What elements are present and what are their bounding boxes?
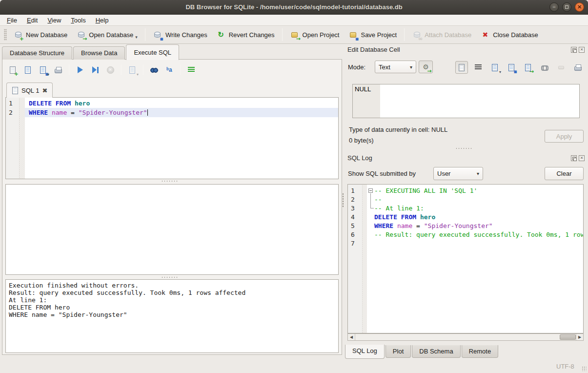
menu-file[interactable]: File — [2, 15, 22, 25]
tab-database-structure[interactable]: Database Structure — [2, 46, 72, 60]
print-icon — [573, 62, 583, 72]
save-as-file-button[interactable]: ▪ — [505, 61, 518, 74]
dock-tab-plot[interactable]: Plot — [385, 345, 411, 358]
results-pane[interactable] — [5, 184, 339, 275]
print-button[interactable] — [52, 63, 64, 76]
save-sql-file-button[interactable]: ▪▾ — [37, 63, 49, 76]
log-line — [374, 239, 583, 248]
code-line: DELETE FROM hero — [25, 99, 338, 108]
sql-log-title: SQL Log — [347, 154, 372, 162]
format-icon — [186, 65, 196, 75]
menu-bar: File Edit View Tools Help — [0, 15, 588, 26]
tab-browse-data[interactable]: Browse Data — [73, 46, 125, 60]
set-null-button[interactable] — [555, 61, 568, 74]
stop-button[interactable]: ✕ — [104, 63, 117, 76]
app-window: { "window": { "title": "DB Browser for S… — [0, 0, 588, 373]
close-dock-icon[interactable]: ✕ — [579, 47, 585, 53]
open-database-button[interactable]: → Open Database ▾ — [72, 27, 142, 42]
stop-icon: ✕ — [105, 65, 115, 75]
attach-database-button[interactable]: ∞ Attach Database — [407, 27, 476, 42]
close-dock-icon[interactable]: ✕ — [579, 155, 585, 161]
auto-apply-button[interactable]: ⚙→ — [419, 61, 433, 73]
main-tab-bar: Database Structure Browse Data Execute S… — [2, 44, 180, 60]
editor-results-splitter[interactable] — [161, 180, 178, 182]
text-mode-button[interactable] — [455, 61, 468, 74]
import-file-icon — [490, 62, 500, 72]
import-file-button[interactable]: ▾ — [488, 61, 501, 74]
sql-file-tab[interactable]: SQL 1 ✖ — [6, 83, 53, 98]
chevron-down-icon: ▾ — [477, 171, 479, 176]
cell-toolbar: ▾ ▪ → — [455, 61, 584, 74]
float-dock-icon[interactable] — [571, 47, 577, 53]
new-database-button[interactable]: + New Database — [9, 27, 72, 42]
replace-button[interactable]: ᵇa — [163, 63, 176, 76]
find-icon — [149, 65, 159, 75]
editor-margin — [20, 98, 25, 179]
menu-edit[interactable]: Edit — [22, 15, 42, 25]
find-button[interactable] — [148, 63, 161, 76]
cell-type-info: Type of data currently in cell: NULL — [349, 126, 447, 133]
sql-log-view[interactable]: 1 2 3 4 5 6 7 -- EXECUTING ALL IN 'SQL 1… — [347, 184, 584, 333]
sql-document-icon — [12, 86, 19, 94]
open-project-button[interactable]: → Open Project — [285, 27, 344, 42]
dock-tab-db-schema[interactable]: DB Schema — [412, 345, 460, 358]
results-messages-splitter[interactable] — [161, 276, 178, 278]
word-wrap-button[interactable] — [472, 61, 485, 74]
link-button[interactable] — [538, 61, 551, 74]
mode-combobox[interactable]: Text▾ — [375, 61, 416, 73]
maximize-button-icon[interactable] — [562, 2, 571, 12]
text-mode-icon — [457, 62, 466, 72]
log-line: WHERE name = "Spider-Youngster" — [374, 222, 583, 230]
open-database-dropdown-icon[interactable]: ▾ — [135, 35, 138, 40]
dock-tab-bar: SQL Log Plot DB Schema Remote — [345, 345, 499, 359]
scrollbar-thumb[interactable] — [560, 334, 576, 340]
close-tab-icon[interactable]: ✖ — [42, 87, 47, 94]
minimize-button-icon[interactable]: − — [549, 2, 559, 12]
window-controls: − ✕ — [549, 2, 584, 12]
write-changes-button[interactable]: ▪ Write Changes — [148, 27, 212, 42]
float-dock-icon[interactable] — [571, 155, 577, 161]
close-button-icon[interactable]: ✕ — [575, 2, 584, 12]
revert-changes-button[interactable]: ↻ Revert Changes — [212, 27, 279, 42]
cell-value-editor[interactable]: NULL — [352, 84, 580, 118]
tab-execute-sql[interactable]: Execute SQL — [126, 44, 179, 60]
word-wrap-icon — [473, 62, 483, 72]
close-database-button[interactable]: ✖ Close Database — [476, 27, 543, 42]
menu-tools[interactable]: Tools — [66, 15, 90, 25]
apply-button[interactable]: Apply — [545, 130, 584, 143]
format-button[interactable] — [185, 63, 198, 76]
sql-editor[interactable]: 1 2 DELETE FROM hero WHERE name = "Spide… — [5, 97, 339, 179]
menu-help[interactable]: Help — [91, 15, 114, 25]
resize-grip[interactable] — [582, 366, 587, 371]
log-filter-combobox[interactable]: User▾ — [433, 167, 483, 180]
editor-line-numbers: 1 2 — [6, 98, 20, 179]
log-horizontal-scrollbar[interactable]: ◀ ▶ — [347, 333, 584, 341]
apply-export-button[interactable]: → — [522, 61, 534, 74]
open-sql-file-button[interactable] — [21, 63, 34, 76]
dock-tab-remote[interactable]: Remote — [462, 345, 499, 358]
log-line: -- Result: query executed successfully. … — [374, 230, 583, 239]
clear-log-button[interactable]: Clear — [545, 167, 584, 180]
scroll-right-icon[interactable]: ▶ — [576, 334, 583, 340]
toolbar-grip[interactable] — [4, 29, 7, 41]
title-bar[interactable]: DB Browser for SQLite - /home/user/code/… — [0, 0, 588, 15]
save-results-icon — [127, 65, 137, 75]
execute-all-button[interactable] — [74, 63, 86, 76]
close-database-icon: ✖ — [480, 30, 490, 40]
open-tab-button[interactable]: + — [6, 63, 19, 76]
cell-print-button[interactable] — [571, 61, 584, 74]
execute-line-button[interactable] — [89, 63, 101, 76]
edit-cell-title: Edit Database Cell — [347, 46, 400, 53]
dock-tab-sql-log[interactable]: SQL Log — [345, 345, 385, 359]
scroll-left-icon[interactable]: ◀ — [348, 334, 355, 340]
cell-log-splitter[interactable] — [455, 147, 472, 149]
save-results-button[interactable]: ▾ — [126, 63, 139, 76]
fold-collapse-icon[interactable] — [368, 188, 373, 193]
menu-view[interactable]: View — [42, 15, 66, 25]
sql-editor-toolbar: + ▪▾ ✕ ▾ ᵇa — [6, 62, 198, 77]
editor-text-area[interactable]: DELETE FROM hero WHERE name = "Spider-Yo… — [25, 98, 338, 179]
execute-sql-page: + ▪▾ ✕ ▾ ᵇa SQL 1 ✖ 1 2 DELETE FROM hero… — [2, 59, 342, 355]
open-tab-icon: + — [8, 65, 18, 75]
save-project-button[interactable]: ▪ Save Project — [344, 27, 401, 42]
mode-label: Mode: — [348, 63, 365, 71]
